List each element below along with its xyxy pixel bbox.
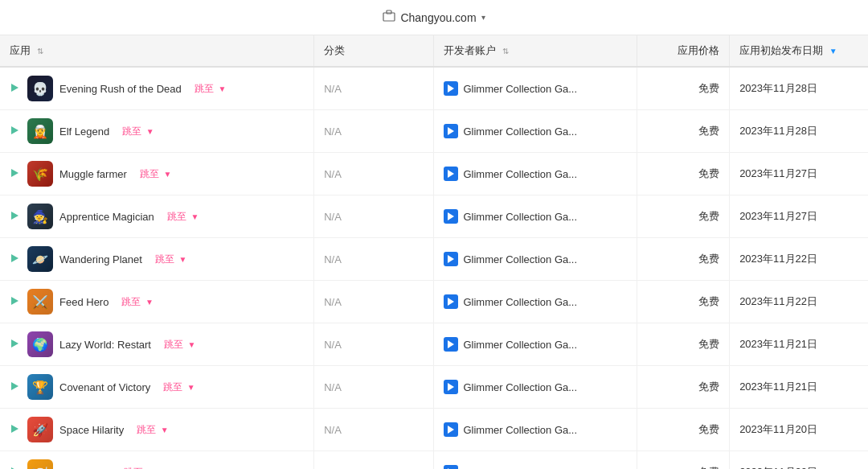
svg-marker-2 [11, 84, 18, 92]
date-value-7: 2023年11月21日 [739, 381, 817, 393]
header-chevron-icon[interactable]: ▾ [481, 13, 485, 22]
developer-icon-8 [444, 422, 458, 437]
developer-name-0: Glimmer Collection Ga... [463, 83, 577, 95]
date-cell-2: 2023年11月27日 [730, 153, 868, 195]
developer-cell-2: Glimmer Collection Ga... [434, 153, 637, 195]
app-cell-2: 🌾 Muggle farmer 跳至 ▼ [0, 153, 314, 195]
jump-link-3[interactable]: 跳至 [167, 211, 186, 222]
jump-link-9[interactable]: 跳至 [124, 467, 143, 470]
play-button-6[interactable] [10, 339, 21, 350]
svg-marker-4 [11, 126, 18, 134]
play-button-5[interactable] [10, 296, 21, 307]
play-button-3[interactable] [10, 211, 21, 222]
app-name-1: Elf Legend [59, 125, 109, 138]
app-icon-1: 🧝 [27, 118, 53, 144]
jump-arrow-8[interactable]: ▼ [161, 426, 169, 434]
play-button-0[interactable] [10, 83, 21, 94]
sort-icon-app: ⇅ [37, 47, 43, 56]
app-cell-4: 🪐 Wandering Planet 跳至 ▼ [0, 238, 314, 281]
jump-arrow-1[interactable]: ▼ [146, 127, 154, 136]
date-value-2: 2023年11月27日 [739, 167, 817, 179]
developer-icon-9 [444, 465, 458, 469]
jump-arrow-3[interactable]: ▼ [190, 212, 199, 221]
category-value-9: N/A [324, 467, 342, 470]
play-button-4[interactable] [10, 253, 21, 265]
app-name-4: Wandering Planet [59, 253, 142, 265]
play-button-7[interactable] [10, 381, 21, 393]
jump-arrow-4[interactable]: ▼ [178, 255, 186, 264]
app-icon-7: 🏆 [27, 374, 53, 400]
category-value-4: N/A [324, 253, 342, 265]
developer-name-5: Glimmer Collection Ga... [463, 296, 577, 308]
jump-link-0[interactable]: 跳至 [194, 83, 214, 94]
app-name-3: Apprentice Magician [59, 211, 154, 223]
svg-marker-14 [11, 339, 18, 348]
category-value-6: N/A [324, 339, 342, 351]
price-cell-8: 免费 [637, 409, 730, 451]
jump-arrow-2[interactable]: ▼ [163, 170, 171, 179]
play-button-2[interactable] [10, 168, 21, 179]
play-button-8[interactable] [10, 424, 21, 435]
developer-cell-6: Glimmer Collection Ga... [434, 323, 637, 366]
price-cell-4: 免费 [637, 238, 730, 281]
developer-icon-5 [444, 294, 458, 309]
date-cell-8: 2023年11月20日 [730, 409, 868, 451]
price-value-9: 免费 [698, 466, 719, 469]
developer-name-8: Glimmer Collection Ga... [463, 424, 577, 436]
svg-marker-7 [448, 170, 454, 178]
sort-icon-dev: ⇅ [502, 47, 509, 56]
company-icon [383, 10, 395, 25]
col-header-app[interactable]: 应用 ⇅ [0, 35, 314, 67]
developer-icon-2 [444, 167, 458, 181]
jump-link-4[interactable]: 跳至 [155, 253, 174, 265]
app-icon-8: 🚀 [27, 417, 53, 442]
play-button-1[interactable] [10, 125, 21, 137]
jump-arrow-0[interactable]: ▼ [218, 84, 226, 93]
svg-marker-3 [448, 84, 454, 93]
category-cell-4: N/A [314, 238, 434, 281]
table-row: 🧙 Apprentice Magician 跳至 ▼ N/A Glimmer C… [0, 195, 868, 238]
developer-cell-1: Glimmer Collection Ga... [434, 110, 637, 153]
col-header-date[interactable]: 应用初始发布日期 ▼ [730, 35, 868, 67]
developer-name-2: Glimmer Collection Ga... [463, 168, 577, 180]
price-value-6: 免费 [698, 338, 719, 350]
jump-arrow-5[interactable]: ▼ [145, 298, 154, 306]
price-cell-0: 免费 [637, 67, 730, 110]
app-cell-5: ⚔️ Feed Hero 跳至 ▼ [0, 281, 314, 323]
app-name-6: Lazy World: Restart [59, 339, 151, 351]
developer-name-9: Glimmer Collection Ga... [463, 467, 577, 470]
jump-link-1[interactable]: 跳至 [122, 125, 141, 137]
app-icon-5: ⚔️ [27, 289, 53, 315]
col-header-developer[interactable]: 开发者账户 ⇅ [434, 35, 637, 67]
app-name-8: Space Hilarity [59, 424, 124, 436]
date-value-8: 2023年11月20日 [739, 423, 817, 435]
jump-link-8[interactable]: 跳至 [137, 424, 156, 435]
app-icon-9: 🍽️ [27, 459, 53, 469]
jump-link-5[interactable]: 跳至 [121, 296, 141, 307]
app-cell-7: 🏆 Covenant of Victory 跳至 ▼ [0, 366, 314, 409]
jump-link-2[interactable]: 跳至 [140, 168, 159, 179]
app-cell-8: 🚀 Space Hilarity 跳至 ▼ [0, 409, 314, 451]
app-cell-6: 🌍 Lazy World: Restart 跳至 ▼ [0, 323, 314, 366]
jump-link-7[interactable]: 跳至 [163, 381, 182, 393]
price-value-1: 免费 [698, 125, 719, 137]
jump-arrow-7[interactable]: ▼ [187, 383, 195, 392]
category-cell-3: N/A [314, 195, 434, 238]
price-cell-1: 免费 [637, 110, 730, 153]
category-value-2: N/A [324, 168, 342, 180]
developer-icon-3 [444, 209, 458, 224]
date-value-5: 2023年11月22日 [739, 295, 817, 307]
app-cell-3: 🧙 Apprentice Magician 跳至 ▼ [0, 195, 314, 238]
developer-icon-4 [444, 252, 458, 266]
jump-arrow-6[interactable]: ▼ [188, 340, 196, 349]
price-cell-7: 免费 [637, 366, 730, 409]
app-name-9: Crazy Dish [59, 467, 111, 470]
developer-cell-4: Glimmer Collection Ga... [434, 238, 637, 281]
svg-marker-19 [448, 426, 454, 434]
jump-link-6[interactable]: 跳至 [164, 339, 183, 350]
svg-marker-9 [448, 212, 454, 220]
category-cell-2: N/A [314, 153, 434, 195]
svg-marker-11 [448, 255, 454, 263]
date-value-6: 2023年11月21日 [739, 338, 817, 350]
developer-name-6: Glimmer Collection Ga... [463, 339, 577, 351]
